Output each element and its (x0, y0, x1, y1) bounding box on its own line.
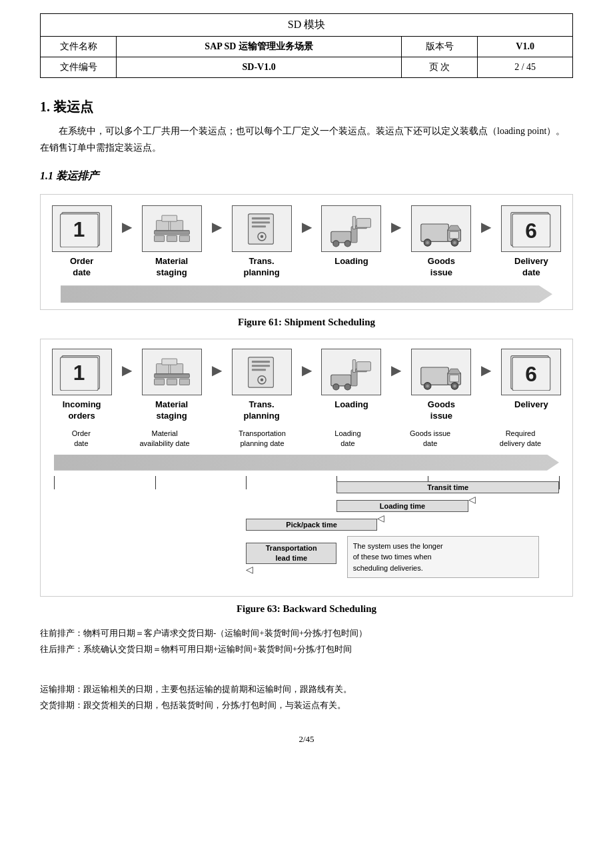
bottom-line1: 往前排产：物料可用日期＝客户请求交货日期-（运输时间+装货时间+分拣/打包时间） (40, 625, 573, 642)
svg-point-57 (345, 384, 351, 390)
code-label: 文件编号 (41, 57, 117, 78)
svg-rect-31 (450, 231, 459, 239)
step2-material-staging: Materialstaging (137, 349, 206, 422)
svg-rect-58 (357, 361, 371, 371)
svg-rect-48 (251, 365, 269, 367)
svg-marker-61 (448, 369, 461, 374)
step2-label-4: Loading (334, 399, 368, 411)
svg-text:1: 1 (73, 360, 85, 384)
date-3: Transportationplanning date (239, 429, 286, 449)
bottom-line2: 往后排产：系统确认交货日期＝物料可用日期+运输时间+装货时间+分拣/打包时间 (40, 641, 573, 658)
step-label-6: Deliverydate (514, 256, 548, 279)
page-number: 2/45 (40, 734, 573, 745)
tick-6 (559, 476, 560, 489)
step-icon-3 (232, 205, 292, 252)
dates-row: Orderdate Materialavailability date Tran… (47, 429, 566, 449)
svg-rect-12 (251, 217, 269, 219)
svg-point-51 (260, 378, 263, 381)
figure63-caption: Figure 63: Backward Scheduling (40, 603, 573, 615)
step-label-1: Orderdate (70, 256, 93, 279)
note-box: The system uses the longer of these two … (347, 536, 539, 579)
svg-rect-49 (251, 369, 265, 371)
step-icon-2 (142, 205, 202, 252)
step-label-3: Trans.planning (243, 256, 279, 279)
version-value: V1.0 (478, 37, 573, 57)
svg-rect-9 (161, 215, 177, 221)
transit-time-bar: Transit time (336, 481, 559, 493)
svg-rect-6 (179, 235, 189, 241)
svg-point-22 (345, 241, 351, 247)
svg-point-28 (426, 241, 430, 245)
svg-rect-4 (154, 235, 164, 241)
bottom-spacer (40, 665, 573, 681)
arrow-2: ▶ (210, 205, 223, 235)
svg-rect-38 (154, 373, 189, 377)
section1-body: 在系统中，可以多个工厂共用一个装运点；也可以每个工厂定义一个装运点。装运点下还可… (40, 123, 573, 156)
time-bars-section: Transit time Loading time Pick/pack time… (54, 476, 559, 589)
step-incoming-orders: 1 Incomingorders (47, 349, 116, 422)
step2-label-1: Incomingorders (63, 399, 101, 422)
bottom-line5: 交货排期：跟交货相关的日期，包括装货时间，分拣/打包时间，与装运点有关。 (40, 697, 573, 714)
svg-rect-66 (450, 375, 459, 382)
svg-rect-3 (154, 231, 189, 235)
arrow-5: ▶ (480, 205, 493, 235)
svg-rect-14 (251, 225, 265, 227)
svg-rect-39 (154, 379, 164, 385)
svg-point-21 (333, 241, 339, 247)
section1-title: 1. 装运点 (40, 98, 573, 116)
step2-icon-4 (321, 349, 381, 395)
module-title: SD 模块 (41, 14, 573, 37)
arrow-4: ▶ (390, 205, 403, 235)
step2-icon-6: 6 (501, 349, 561, 395)
svg-point-65 (454, 384, 457, 387)
svg-rect-13 (251, 221, 269, 223)
step2-goods-issue: Goodsissue (407, 349, 476, 422)
tick-3 (246, 476, 247, 489)
svg-rect-24 (421, 224, 449, 241)
header-table: SD 模块 文件名称 SAP SD 运输管理业务场景 版本号 V1.0 文件编号… (40, 13, 573, 78)
svg-point-16 (260, 235, 263, 238)
svg-rect-44 (161, 359, 177, 365)
arrow2-3: ▶ (300, 349, 313, 378)
loading-arrow-indicator: ◁ (468, 494, 476, 505)
step-trans-planning: Trans.planning (227, 205, 296, 279)
svg-rect-8 (170, 221, 183, 231)
svg-text:6: 6 (526, 219, 538, 243)
svg-rect-23 (357, 219, 371, 228)
svg-point-56 (333, 384, 339, 390)
arrow2-1: ▶ (120, 349, 133, 378)
date-5: Goods issuedate (410, 429, 450, 449)
arrow2-4: ▶ (390, 349, 403, 378)
timeline-arrow-2 (54, 455, 559, 471)
doc-code: SD-V1.0 (117, 57, 402, 78)
transit-time-label: Transit time (427, 483, 468, 491)
step-material-staging: Materialstaging (137, 205, 206, 279)
step2-icon-3 (232, 349, 292, 395)
svg-rect-40 (167, 379, 177, 385)
svg-text:1: 1 (73, 217, 85, 241)
step2-label-3: Trans.planning (243, 399, 279, 422)
svg-rect-54 (353, 359, 356, 372)
pickpack-time-bar: Pick/pack time (246, 519, 377, 531)
pickpack-time-label: Pick/pack time (286, 521, 336, 529)
step2-label-6: Delivery (514, 399, 548, 411)
section11-title: 1.1 装运排产 (40, 169, 573, 183)
step-label-2: Materialstaging (155, 256, 188, 279)
timeline-arrow-1 (61, 285, 552, 303)
step2-delivery: 6 Delivery (497, 349, 566, 411)
svg-text:6: 6 (526, 362, 538, 386)
page-value: 2 / 45 (478, 57, 573, 78)
pickpack-arrow-indicator: ◁ (377, 513, 384, 524)
step-icon-6: 6 (501, 205, 561, 252)
step2-icon-1: 1 (52, 349, 112, 395)
svg-rect-42 (156, 363, 169, 373)
step2-label-2: Materialstaging (155, 399, 188, 422)
bottom-line4: 运输排期：跟运输相关的日期，主要包括运输的提前期和运输时间，跟路线有关。 (40, 681, 573, 698)
figure61-diagram: 1 Orderdate ▶ (40, 194, 573, 310)
date-1: Orderdate (72, 429, 91, 449)
date-6: Requireddelivery date (500, 429, 541, 449)
arrow2-2: ▶ (210, 349, 223, 378)
step2-icon-5 (411, 349, 471, 395)
svg-rect-19 (353, 216, 356, 229)
step2-loading: Loading (317, 349, 386, 411)
